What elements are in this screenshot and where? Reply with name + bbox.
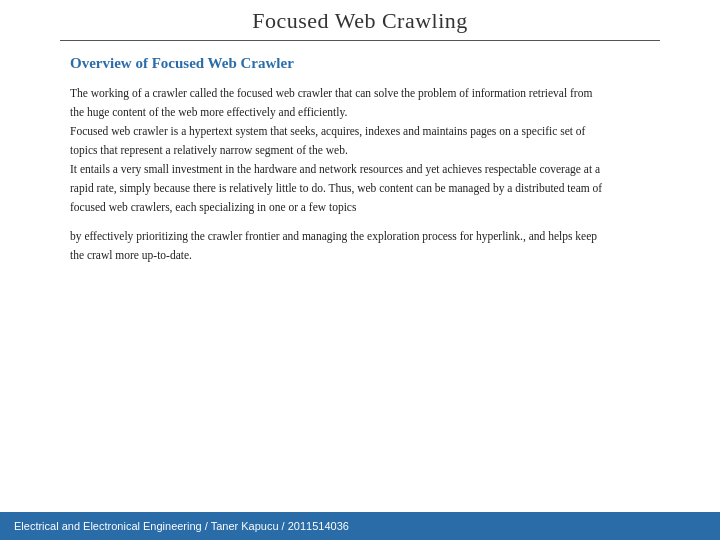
body-line-4: topics that represent a relatively narro… (70, 144, 348, 156)
section-heading: Overview of Focused Web Crawler (70, 55, 650, 72)
footer-text: Electrical and Electronical Engineering … (14, 520, 349, 532)
body-paragraph-2: by effectively prioritizing the crawler … (70, 227, 650, 265)
body-paragraph-1: The working of a crawler called the focu… (70, 84, 650, 217)
content-area: Overview of Focused Web Crawler The work… (0, 41, 720, 265)
body-line-1: The working of a crawler called the focu… (70, 87, 592, 99)
body-line-7: focused web crawlers, each specializing … (70, 201, 356, 213)
body-line-5: It entails a very small investment in th… (70, 163, 600, 175)
body-line-8: by effectively prioritizing the crawler … (70, 230, 597, 242)
page-title: Focused Web Crawling (0, 0, 720, 40)
footer-bar: Electrical and Electronical Engineering … (0, 512, 720, 540)
body-line-9: the crawl more up-to-date. (70, 249, 192, 261)
body-line-6: rapid rate, simply because there is rela… (70, 182, 602, 194)
body-line-3: Focused web crawler is a hypertext syste… (70, 125, 585, 137)
body-text: The working of a crawler called the focu… (70, 84, 650, 265)
body-line-2: the huge content of the web more effecti… (70, 106, 347, 118)
